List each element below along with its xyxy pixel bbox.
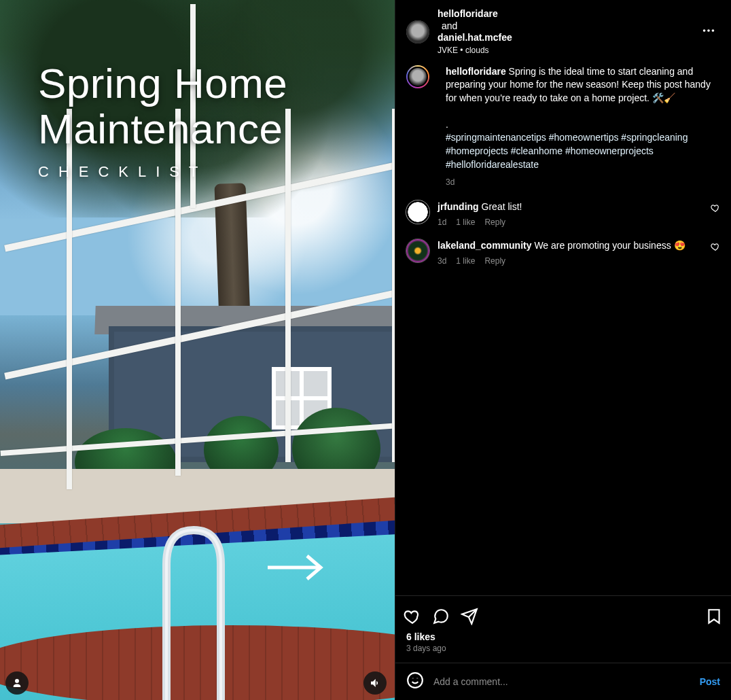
action-bar: 6 likes 3 days ago: [395, 595, 731, 663]
add-comment-bar: Post: [395, 663, 731, 700]
more-options-button[interactable]: [697, 19, 720, 45]
comment-username[interactable]: jrfunding: [438, 201, 479, 212]
svg-point-2: [707, 29, 710, 32]
like-comment-button[interactable]: [711, 242, 720, 254]
comment-time: 3d: [438, 256, 446, 266]
comment-text: Great list!: [479, 201, 522, 212]
comment-time: 1d: [438, 217, 446, 227]
comment-reply[interactable]: Reply: [484, 217, 505, 227]
headline-sub: CHECKLIST: [38, 163, 287, 181]
comment-button[interactable]: [432, 608, 450, 625]
pool-rail: [153, 523, 228, 700]
headline-line2: Maintenance: [38, 105, 283, 152]
coauthor-username[interactable]: daniel.hat.mcfee: [438, 32, 512, 44]
author-username[interactable]: hellofloridare: [438, 8, 512, 20]
comment-likes[interactable]: 1 like: [456, 256, 475, 266]
like-comment-button[interactable]: [711, 203, 720, 215]
tagged-people-button[interactable]: [5, 671, 29, 695]
caption-hashtags[interactable]: #springmaintenancetips #homeownertips #s…: [446, 132, 688, 169]
like-button[interactable]: [404, 608, 421, 625]
caption-time: 3d: [446, 177, 720, 188]
svg-point-3: [712, 29, 715, 32]
like-count[interactable]: 6 likes: [404, 631, 723, 642]
headline-line1: Spring Home: [38, 60, 287, 107]
svg-point-4: [408, 673, 423, 688]
and-label: and: [442, 20, 457, 31]
sound-toggle-button[interactable]: [363, 671, 387, 695]
comment-text: We are promoting your business 😍: [532, 240, 685, 251]
post-caption: hellofloridare Spring is the ideal time …: [406, 65, 720, 189]
comment-row: lakeland_community We are promoting your…: [406, 239, 720, 266]
caption-username[interactable]: hellofloridare: [446, 66, 506, 77]
comment-reply[interactable]: Reply: [484, 256, 505, 266]
media-headline: Spring HomeMaintenance CHECKLIST: [38, 61, 287, 181]
post-header: hellofloridare and daniel.hat.mcfee JVKE…: [395, 0, 731, 63]
caption-dot: .: [446, 119, 448, 130]
post-comment-button[interactable]: Post: [700, 676, 720, 687]
post-media[interactable]: Spring HomeMaintenance CHECKLIST: [0, 0, 395, 700]
audio-attribution[interactable]: JVKE • clouds: [438, 46, 512, 56]
comment-avatar[interactable]: [406, 200, 429, 224]
comment-likes[interactable]: 1 like: [456, 217, 475, 227]
emoji-button[interactable]: [406, 671, 424, 692]
arrow-right-icon: [266, 552, 325, 586]
caption-avatar[interactable]: [406, 65, 429, 88]
share-button[interactable]: [461, 608, 478, 625]
comment-input[interactable]: [433, 676, 690, 687]
comment-avatar[interactable]: [406, 239, 429, 262]
posted-time: 3 days ago: [404, 642, 723, 660]
comment-username[interactable]: lakeland_community: [438, 240, 532, 251]
save-button[interactable]: [705, 608, 723, 625]
author-avatar[interactable]: [406, 20, 429, 43]
comment-row: jrfunding Great list! 1d 1 like Reply: [406, 200, 720, 227]
svg-point-1: [703, 29, 706, 32]
